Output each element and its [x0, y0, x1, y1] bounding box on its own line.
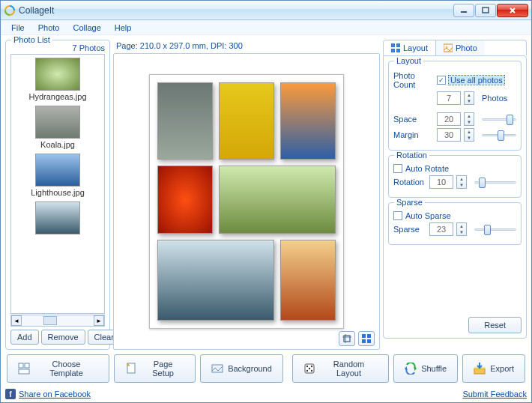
footer: f Share on Facebook Submit Feedback [1, 387, 531, 402]
checkbox-icon [393, 211, 402, 220]
remove-button[interactable]: Remove [41, 330, 85, 345]
space-input[interactable] [437, 112, 461, 126]
shuffle-button[interactable]: Shuffle [393, 354, 458, 383]
thumb-name: Lighthouse.jpg [14, 188, 101, 197]
list-item[interactable]: Koala.jpg [14, 106, 101, 149]
scroll-left-icon[interactable]: ◄ [11, 315, 22, 326]
space-label: Space [393, 115, 434, 124]
collage-image[interactable] [157, 166, 213, 233]
h-scrollbar[interactable]: ◄ ► [10, 315, 105, 327]
auto-rotate-label: Auto Rotate [405, 164, 449, 173]
margin-slider[interactable] [482, 129, 516, 141]
tab-layout[interactable]: Layout [384, 40, 436, 55]
margin-label: Margin [393, 130, 434, 139]
sparse-group: Sparse Auto Sparse Sparse ▲▼ [388, 202, 522, 245]
tab-photo-label: Photo [456, 43, 477, 52]
minimize-button[interactable] [453, 4, 474, 17]
collage-image[interactable] [280, 240, 336, 321]
svg-rect-10 [362, 339, 366, 343]
svg-rect-18 [19, 363, 23, 368]
menu-file[interactable]: File [5, 22, 31, 34]
svg-rect-16 [444, 44, 453, 52]
photo-list-panel: Photo List 7 Photos Hydrangeas.jpg Koala… [5, 40, 110, 350]
scroll-thumb[interactable] [43, 316, 57, 325]
thumb-image [35, 58, 80, 91]
collage-image[interactable] [157, 240, 274, 321]
space-slider[interactable] [482, 113, 516, 125]
collage-image[interactable] [280, 82, 336, 160]
layout-group-title: Layout [394, 56, 423, 65]
facebook-icon: f [5, 389, 16, 399]
export-label: Export [490, 364, 514, 373]
scroll-right-icon[interactable]: ► [94, 315, 104, 326]
reset-button[interactable]: Reset [468, 317, 522, 333]
random-layout-button[interactable]: Random Layout [292, 354, 389, 383]
submit-feedback-link[interactable]: Submit Feedback [462, 390, 527, 399]
svg-rect-9 [367, 334, 371, 338]
svg-rect-5 [344, 336, 350, 342]
collage-image[interactable] [219, 166, 336, 233]
page-info: Page: 210.0 x 297.0 mm, DPI: 300 [116, 41, 380, 50]
svg-rect-8 [362, 334, 366, 338]
maximize-button[interactable] [475, 4, 496, 17]
add-button[interactable]: Add [10, 330, 39, 345]
template-icon [18, 363, 30, 375]
tab-layout-label: Layout [403, 43, 428, 52]
auto-sparse-checkbox[interactable]: Auto Sparse [393, 211, 516, 220]
photo-list-title: Photo List [11, 35, 52, 44]
random-layout-label: Random Layout [320, 360, 378, 378]
auto-rotate-checkbox[interactable]: Auto Rotate [393, 164, 516, 173]
rotation-group-title: Rotation [394, 151, 429, 160]
photo-count-spinner[interactable]: ▲▼ [464, 91, 474, 105]
photos-suffix: Photos [482, 94, 507, 103]
svg-point-24 [306, 366, 308, 367]
margin-spinner[interactable]: ▲▼ [464, 128, 474, 142]
share-facebook-link[interactable]: Share on Facebook [19, 390, 91, 399]
thumb-image [35, 106, 80, 139]
background-button[interactable]: Background [200, 354, 283, 383]
rotation-spinner[interactable]: ▲▼ [456, 175, 467, 189]
menu-photo[interactable]: Photo [32, 22, 66, 34]
app-title: CollageIt [19, 5, 54, 16]
rotation-group: Rotation Auto Rotate Rotation ▲▼ [388, 155, 522, 198]
rotation-input[interactable] [429, 175, 453, 189]
page-setup-label: Page Setup [142, 360, 184, 378]
export-button[interactable]: Export [462, 354, 525, 383]
use-all-photos-label: Use all photos [449, 76, 504, 85]
svg-rect-14 [391, 49, 395, 52]
menu-collage[interactable]: Collage [67, 22, 106, 34]
page-setup-button[interactable]: Page Setup [114, 354, 196, 383]
sparse-group-title: Sparse [394, 198, 425, 207]
collage-image[interactable] [219, 82, 274, 160]
margin-input[interactable] [437, 128, 461, 142]
thumb-image [35, 154, 80, 187]
collage-page [149, 74, 344, 329]
app-window: CollageIt File Photo Collage Help Photo … [0, 0, 532, 403]
collage-image[interactable] [157, 82, 213, 160]
menu-help[interactable]: Help [109, 22, 138, 34]
window-controls [453, 4, 528, 17]
canvas[interactable] [113, 53, 380, 350]
sparse-spinner[interactable]: ▲▼ [456, 222, 467, 236]
center-column: Page: 210.0 x 297.0 mm, DPI: 300 [113, 40, 380, 350]
bottom-toolbar: Choose Template Page Setup Background Ra… [5, 350, 527, 384]
crop-tool-button[interactable] [339, 331, 355, 346]
tab-photo[interactable]: Photo [436, 40, 485, 55]
list-item[interactable]: Hydrangeas.jpg [14, 58, 101, 101]
choose-template-button[interactable]: Choose Template [7, 354, 109, 383]
use-all-photos-checkbox[interactable]: ✓ Use all photos [437, 76, 504, 85]
thumb-name: Koala.jpg [14, 140, 101, 149]
fit-screen-button[interactable] [358, 331, 375, 346]
layout-group: Layout Photo Count ✓ Use all photos ▲▼ P… [388, 61, 522, 151]
close-button[interactable] [497, 4, 528, 17]
thumbs-scroll[interactable]: Hydrangeas.jpg Koala.jpg Lighthouse.jpg [10, 54, 105, 314]
menubar: File Photo Collage Help [1, 20, 531, 35]
list-item[interactable]: Lighthouse.jpg [14, 154, 101, 197]
sparse-input[interactable] [429, 222, 453, 236]
rotation-slider[interactable] [474, 176, 516, 188]
svg-rect-12 [391, 43, 395, 47]
space-spinner[interactable]: ▲▼ [464, 112, 474, 126]
app-icon [4, 4, 16, 16]
list-item[interactable] [14, 202, 101, 234]
sparse-slider[interactable] [474, 223, 516, 235]
